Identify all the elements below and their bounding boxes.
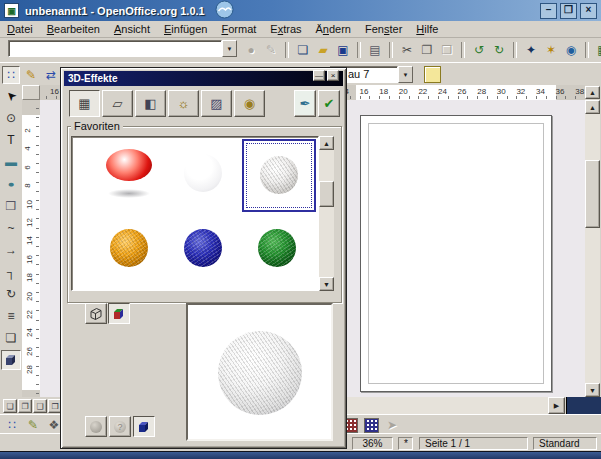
favorites-listbox[interactable] bbox=[71, 136, 319, 291]
layer-tab-button-3[interactable]: ❑ bbox=[33, 399, 47, 413]
select-tool-icon-glyph: ➤ bbox=[3, 88, 19, 104]
rectangle-tool-icon[interactable]: ▬ bbox=[1, 152, 21, 172]
curve-tool-icon[interactable]: ~ bbox=[1, 218, 21, 238]
layer-tab-button-1[interactable]: ❏ bbox=[3, 399, 17, 413]
pen-icon[interactable]: ✎ bbox=[22, 66, 40, 84]
favorite-red-glossy-sphere[interactable] bbox=[94, 139, 168, 212]
close-button[interactable]: × bbox=[580, 3, 597, 19]
menu-einfgen[interactable]: Einfügen bbox=[157, 22, 214, 36]
ellipse-tool-icon-glyph: ● bbox=[7, 180, 14, 189]
wizard-icon[interactable]: ✶ bbox=[542, 41, 560, 59]
rotate-tool-icon[interactable]: ↻ bbox=[1, 284, 21, 304]
open-icon[interactable]: ▰ bbox=[314, 41, 332, 59]
print-icon[interactable]: ▤ bbox=[366, 41, 384, 59]
lines-arrows-tool-icon-glyph: → bbox=[5, 244, 17, 256]
menu-hilfe[interactable]: Hilfe bbox=[409, 22, 445, 36]
tab-material[interactable]: ◉ bbox=[234, 90, 265, 117]
favorite-orange-textured-sphere[interactable] bbox=[94, 214, 168, 287]
apply-button[interactable]: ✔ bbox=[318, 90, 340, 117]
vscroll-down-button[interactable]: ▼ bbox=[585, 383, 600, 397]
hscroll-right-button[interactable]: ▶ bbox=[548, 397, 565, 414]
save-icon[interactable]: ▣ bbox=[334, 41, 352, 59]
page-info-field[interactable]: Seite 1 / 1 bbox=[419, 437, 528, 450]
arrowheads-icon[interactable]: ⇄ bbox=[42, 66, 60, 84]
tab-textures[interactable]: ▨ bbox=[201, 90, 232, 117]
cut-icon[interactable]: ✂ bbox=[398, 41, 416, 59]
dialog-close-button[interactable]: × bbox=[327, 70, 339, 81]
scroll-split-button[interactable]: ▲ bbox=[585, 86, 600, 99]
favorite-green-textured-sphere[interactable] bbox=[242, 214, 316, 287]
hruler-number: 26 bbox=[458, 87, 467, 96]
menu-bar: DateiBearbeitenAnsichtEinfügenFormatExtr… bbox=[0, 21, 601, 38]
snap-grid-icon[interactable] bbox=[362, 416, 380, 434]
favorites-scroll-down-button[interactable]: ▼ bbox=[319, 277, 334, 291]
favorite-blue-textured-sphere[interactable] bbox=[168, 214, 242, 287]
zoom-tool-icon[interactable]: ⊙ bbox=[1, 108, 21, 128]
vscroll-up-button[interactable]: ▲ bbox=[585, 100, 600, 114]
alignment-tool-icon[interactable]: ≡ bbox=[1, 306, 21, 326]
menu-format[interactable]: Format bbox=[214, 22, 263, 36]
copy-icon[interactable]: ❐ bbox=[418, 41, 436, 59]
zoom-tool-icon-glyph: ⊙ bbox=[6, 112, 16, 124]
connector-tool-icon[interactable]: ┐ bbox=[1, 262, 21, 282]
text-tool-icon[interactable]: T bbox=[1, 130, 21, 150]
window-resize-corner[interactable] bbox=[566, 397, 601, 414]
redo-icon[interactable]: ↻ bbox=[490, 41, 508, 59]
pen-option-icon[interactable]: ✎ bbox=[24, 416, 42, 434]
tab-geometry[interactable]: ▱ bbox=[102, 90, 133, 117]
color-swatch-icon[interactable] bbox=[424, 66, 441, 83]
hyperlink-icon[interactable]: ◉ bbox=[562, 41, 580, 59]
minimize-button[interactable]: – bbox=[540, 3, 557, 19]
favorites-scroll-up-button[interactable]: ▲ bbox=[319, 136, 334, 150]
paste-icon: ❒ bbox=[438, 41, 456, 59]
tab-shading[interactable]: ◧ bbox=[135, 90, 166, 117]
favorite-white-glossy-sphere[interactable] bbox=[168, 139, 242, 212]
favorite-gray-textured-sphere[interactable] bbox=[242, 139, 316, 212]
menu-ansicht[interactable]: Ansicht bbox=[107, 22, 157, 36]
style-name-field[interactable]: Standard bbox=[533, 437, 597, 450]
edit-points-icon[interactable]: ∷ bbox=[2, 66, 20, 84]
menu-bearbeiten[interactable]: Bearbeiten bbox=[40, 22, 107, 36]
favorites-group-label: Favoriten bbox=[71, 120, 123, 132]
vscroll-thumb[interactable] bbox=[585, 160, 600, 228]
tab-favorites[interactable]: ▦ bbox=[69, 90, 100, 117]
new-document-icon-glyph: ❏ bbox=[298, 44, 309, 56]
layer-tab-button-2[interactable]: ❐ bbox=[18, 399, 32, 413]
select-tool-icon[interactable]: ➤ bbox=[1, 86, 21, 106]
vruler-number: 28 bbox=[25, 365, 34, 374]
color-combo-dropdown-button[interactable]: ▼ bbox=[398, 66, 413, 83]
assign-colors-button[interactable]: ✒ bbox=[294, 90, 316, 117]
wireframe-display-button[interactable] bbox=[85, 303, 107, 324]
objects-3d-tool-icon[interactable]: ❒ bbox=[1, 196, 21, 216]
cube-mode-button[interactable] bbox=[133, 416, 155, 437]
maximize-button[interactable]: ❐ bbox=[560, 3, 577, 19]
vruler-number: 26 bbox=[25, 347, 34, 356]
menu-extras[interactable]: Extras bbox=[263, 22, 308, 36]
controller-3d-tool-icon[interactable] bbox=[1, 350, 21, 370]
vertical-ruler[interactable]: 246810121416182022242628 bbox=[22, 100, 41, 397]
vertical-scrollbar[interactable] bbox=[585, 100, 600, 397]
tab-illumination[interactable]: ☼ bbox=[168, 90, 199, 117]
zoom-level-field[interactable]: 36% bbox=[352, 437, 393, 450]
menu-datei[interactable]: Datei bbox=[0, 22, 40, 36]
sphere-query-button: ? bbox=[109, 416, 131, 437]
url-dropdown-button[interactable]: ▼ bbox=[222, 40, 237, 57]
modified-flag-field: * bbox=[398, 437, 413, 450]
gallery-icon[interactable]: ▦ bbox=[594, 41, 601, 59]
undo-icon[interactable]: ↺ bbox=[470, 41, 488, 59]
color-display-button[interactable] bbox=[108, 303, 130, 324]
lines-arrows-tool-icon[interactable]: → bbox=[1, 240, 21, 260]
menu-ndern[interactable]: Ändern bbox=[309, 22, 359, 36]
favorites-scrollbar[interactable]: ▲ ▼ bbox=[319, 136, 334, 291]
favorites-scroll-thumb[interactable] bbox=[319, 181, 334, 207]
dialog-rollup-button[interactable]: — bbox=[313, 70, 325, 81]
menu-fenster[interactable]: Fenster bbox=[358, 22, 409, 36]
new-document-icon[interactable]: ❏ bbox=[294, 41, 312, 59]
helplines-icon: ➤ bbox=[383, 416, 401, 434]
dialog-titlebar[interactable]: 3D-Effekte bbox=[64, 71, 343, 86]
edit-points-option-icon[interactable]: ∷ bbox=[3, 416, 21, 434]
url-input[interactable] bbox=[8, 40, 222, 57]
ellipse-tool-icon[interactable]: ● bbox=[1, 174, 21, 194]
arrange-tool-icon[interactable]: ❏ bbox=[1, 328, 21, 348]
navigator-icon[interactable]: ✦ bbox=[522, 41, 540, 59]
